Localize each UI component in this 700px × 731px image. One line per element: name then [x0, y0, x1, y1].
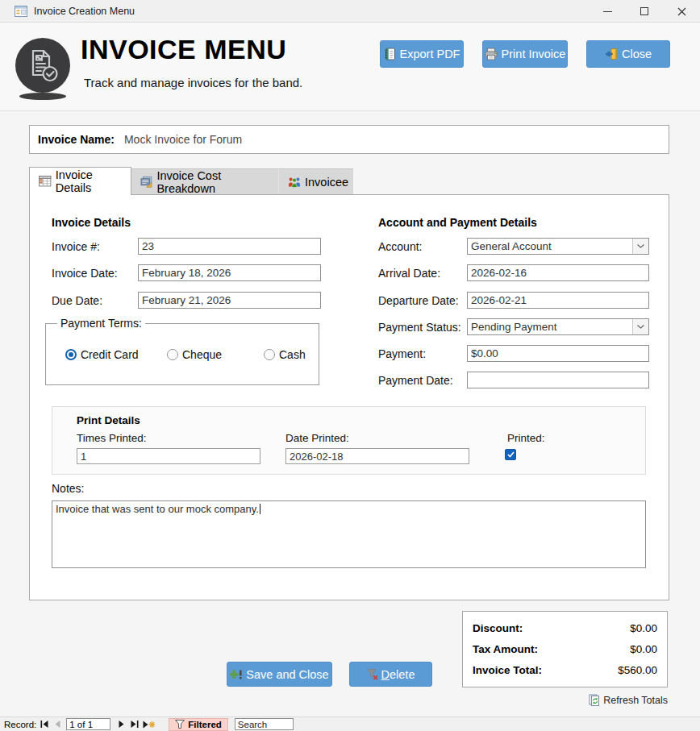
- tax-label: Tax Amount:: [473, 643, 538, 655]
- invoice-date-input[interactable]: [138, 264, 321, 281]
- payment-input[interactable]: [467, 345, 649, 362]
- delete-label: Delete: [381, 668, 415, 681]
- print-invoice-button[interactable]: Print Invoice: [482, 40, 568, 68]
- new-record-button[interactable]: [142, 719, 156, 729]
- next-record-button[interactable]: [116, 719, 127, 729]
- invoice-name-field[interactable]: Invoice Name: Mock Invoice for Forum: [29, 125, 669, 154]
- radio-cheque-icon: [167, 349, 178, 360]
- radio-credit-card[interactable]: Credit Card: [65, 348, 167, 361]
- times-printed-input[interactable]: [77, 448, 260, 464]
- invoice-total-label: Invoice Total:: [473, 664, 542, 676]
- refresh-icon: [589, 694, 600, 706]
- discount-label: Discount:: [473, 622, 523, 634]
- radio-cash-icon: [264, 349, 275, 360]
- departure-date-label: Departure Date:: [378, 294, 459, 307]
- notebook-export-icon: [384, 48, 396, 60]
- printed-checkbox[interactable]: [505, 449, 516, 460]
- maximize-icon: [640, 7, 648, 15]
- payment-date-input[interactable]: [467, 372, 649, 388]
- invoice-number-label: Invoice #:: [52, 240, 100, 253]
- totals-summary: Discount: $0.00 Tax Amount: $0.00 Invoic…: [462, 611, 668, 687]
- invoice-name-value: Mock Invoice for Forum: [124, 133, 242, 146]
- close-window-button[interactable]: [663, 0, 700, 23]
- printed-label: Printed:: [507, 432, 545, 444]
- filtered-toggle[interactable]: Filtered: [169, 718, 228, 731]
- account-value: General Account: [468, 240, 632, 252]
- page-subtitle: Track and manage invoices for the band.: [84, 76, 302, 89]
- record-label: Record:: [4, 720, 36, 729]
- tab-invoicee[interactable]: Invoicee: [278, 168, 353, 194]
- last-record-icon: [131, 721, 139, 728]
- payment-status-value: Pending Payment: [468, 321, 632, 333]
- radio-credit-card-icon: [65, 349, 77, 360]
- new-record-icon: [143, 721, 156, 729]
- previous-record-button[interactable]: [52, 719, 62, 729]
- due-date-label: Due Date:: [52, 294, 102, 307]
- date-printed-label: Date Printed:: [285, 432, 349, 444]
- record-position-input[interactable]: [66, 718, 110, 730]
- payment-date-label: Payment Date:: [378, 374, 453, 387]
- tab-invoicee-label: Invoicee: [305, 176, 348, 189]
- plus-icon: [230, 670, 243, 679]
- form-icon: [15, 6, 27, 17]
- window-title: Invoice Creation Menu: [34, 6, 135, 17]
- notes-textarea[interactable]: Invoice that was sent to our mock compan…: [52, 500, 646, 568]
- first-record-button[interactable]: [39, 719, 49, 729]
- radio-cheque[interactable]: Cheque: [167, 348, 264, 361]
- print-invoice-label: Print Invoice: [502, 48, 566, 60]
- close-icon: [677, 7, 686, 16]
- payment-status-dropdown-button[interactable]: [632, 319, 648, 334]
- save-and-close-label: Save and Close: [246, 668, 328, 681]
- payment-terms-label: Payment Terms:: [57, 317, 145, 330]
- maximize-button[interactable]: [626, 0, 663, 23]
- account-dropdown-button[interactable]: [632, 239, 648, 254]
- invoice-details-section-title: Invoice Details: [52, 216, 131, 229]
- page-title: INVOICE MENU: [81, 34, 286, 65]
- invoice-details-panel: Invoice Details Invoice #: Invoice Date:…: [29, 194, 669, 600]
- delete-button[interactable]: Delete: [349, 662, 432, 687]
- departure-date-input[interactable]: [467, 292, 649, 309]
- search-input[interactable]: [235, 718, 294, 730]
- filter-funnel-icon: [175, 720, 185, 729]
- arrival-date-input[interactable]: [467, 264, 649, 281]
- notes-label: Notes:: [52, 482, 84, 495]
- notes-text: Invoice that was sent to our mock compan…: [56, 503, 259, 515]
- window-controls: [589, 0, 700, 23]
- minimize-button[interactable]: [589, 0, 626, 23]
- exit-door-icon: [605, 48, 618, 60]
- save-and-close-button[interactable]: Save and Close: [227, 662, 332, 687]
- invoice-logo-icon: [15, 35, 73, 105]
- dropdown-chevron-icon: [637, 325, 644, 329]
- account-payment-section-title: Account and Payment Details: [378, 216, 537, 229]
- account-dropdown[interactable]: General Account: [467, 238, 649, 255]
- people-icon: [288, 176, 301, 189]
- tab-invoice-cost-breakdown[interactable]: Invoice Cost Breakdown: [131, 168, 278, 194]
- forms-stack-icon: [140, 176, 152, 189]
- invoice-creation-window: Invoice Creation Menu: [0, 0, 700, 731]
- invoice-total-row: Invoice Total: $560.00: [473, 664, 657, 676]
- invoice-date-label: Invoice Date:: [52, 267, 118, 280]
- page-header: INVOICE MENU Track and manage invoices f…: [0, 23, 700, 111]
- invoice-number-input[interactable]: [138, 238, 321, 255]
- export-pdf-label: Export PDF: [400, 48, 460, 60]
- invoice-total-value: $560.00: [618, 664, 657, 676]
- next-record-icon: [119, 721, 125, 728]
- checkmark-icon: [507, 451, 515, 458]
- tab-invoice-details-label: Invoice Details: [56, 168, 131, 194]
- tab-invoice-details[interactable]: Invoice Details: [29, 167, 131, 195]
- last-record-button[interactable]: [129, 719, 140, 729]
- due-date-input[interactable]: [138, 292, 321, 309]
- payment-status-label: Payment Status:: [378, 321, 461, 334]
- radio-cash[interactable]: Cash: [264, 348, 306, 361]
- close-form-button[interactable]: Close: [586, 40, 670, 68]
- previous-record-icon: [54, 721, 60, 728]
- payment-label: Payment:: [378, 347, 426, 360]
- payment-status-dropdown[interactable]: Pending Payment: [467, 318, 649, 335]
- invoice-name-label: Invoice Name:: [38, 133, 115, 146]
- arrival-date-label: Arrival Date:: [378, 267, 440, 280]
- date-printed-input[interactable]: [285, 448, 469, 464]
- export-pdf-button[interactable]: Export PDF: [380, 40, 464, 68]
- print-details-section: Print Details Times Printed: Date Printe…: [52, 406, 646, 475]
- refresh-totals-button[interactable]: Refresh Totals: [462, 694, 668, 706]
- tax-row: Tax Amount: $0.00: [473, 643, 657, 655]
